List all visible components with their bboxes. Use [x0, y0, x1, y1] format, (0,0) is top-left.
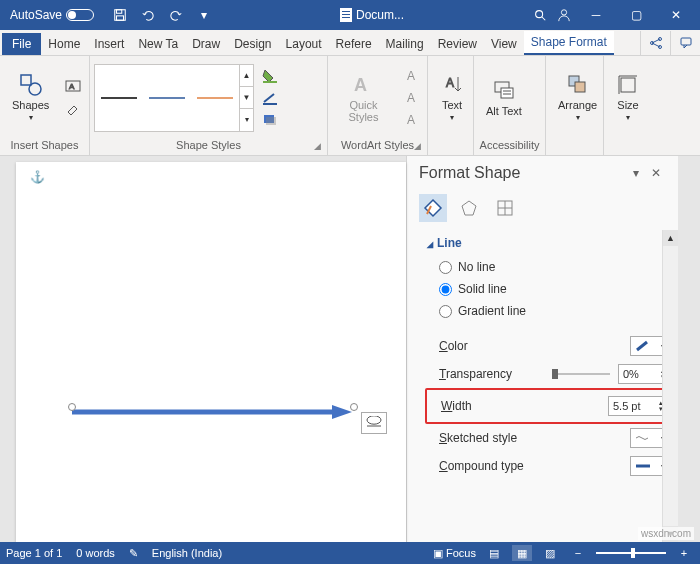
word-count[interactable]: 0 words	[76, 547, 115, 559]
arrange-button[interactable]: Arrange ▾	[550, 69, 605, 126]
tab-file[interactable]: File	[2, 33, 41, 55]
shapes-button[interactable]: Shapes ▾	[4, 69, 57, 126]
radio-gradient-line[interactable]: Gradient line	[427, 300, 670, 322]
arrow-shape[interactable]	[72, 404, 352, 410]
toggle-switch-icon	[66, 9, 94, 21]
alt-text-button[interactable]: Alt Text	[478, 75, 530, 121]
svg-rect-23	[266, 117, 276, 125]
section-line[interactable]: Line	[427, 230, 670, 256]
svg-rect-32	[621, 78, 635, 92]
group-arrange	[550, 137, 599, 153]
autosave-toggle[interactable]: AutoSave	[4, 8, 100, 22]
tab-layout[interactable]: Layout	[279, 33, 329, 55]
print-layout-icon[interactable]: ▦	[512, 545, 532, 561]
comments-icon[interactable]	[670, 31, 700, 55]
size-button[interactable]: Size ▾	[608, 69, 648, 126]
zoom-out-icon[interactable]: −	[568, 545, 588, 561]
text-button[interactable]: A Text ▾	[432, 69, 472, 126]
tab-new[interactable]: New Ta	[131, 33, 185, 55]
width-label: Width	[441, 399, 600, 413]
close-button[interactable]: ✕	[656, 0, 696, 30]
search-icon[interactable]	[528, 3, 552, 27]
layout-options-icon[interactable]	[361, 412, 387, 434]
account-icon[interactable]	[552, 3, 576, 27]
compound-label: Compound type	[439, 459, 622, 473]
group-size	[608, 137, 648, 153]
zoom-in-icon[interactable]: +	[674, 545, 694, 561]
text-label: Text	[442, 99, 462, 111]
text-effects-icon: A	[399, 110, 423, 130]
transparency-slider[interactable]	[552, 373, 610, 375]
document-page[interactable]: ⚓	[16, 162, 406, 542]
shape-outline-icon[interactable]	[258, 88, 282, 108]
svg-text:A: A	[446, 76, 454, 90]
read-mode-icon[interactable]: ▤	[484, 545, 504, 561]
sketched-label: Sketched style	[439, 431, 622, 445]
page-indicator[interactable]: Page 1 of 1	[6, 547, 62, 559]
text-outline-icon: A	[399, 88, 423, 108]
tab-mailings[interactable]: Mailing	[379, 33, 431, 55]
document-area: ⚓ Format Shape ▾ ✕ Line No line Solid li…	[0, 156, 700, 542]
maximize-button[interactable]: ▢	[616, 0, 656, 30]
tab-design[interactable]: Design	[227, 33, 278, 55]
watermark: wsxdn.com	[638, 527, 694, 540]
tab-insert[interactable]: Insert	[87, 33, 131, 55]
dialog-launcher-icon[interactable]: ◢	[314, 141, 321, 151]
handle-start[interactable]	[68, 403, 76, 411]
ribbon: Shapes ▾ A Insert Shapes ▲ ▼ ▾	[0, 56, 700, 156]
tab-view[interactable]: View	[484, 33, 524, 55]
pane-title: Format Shape	[419, 164, 626, 182]
quick-styles-label: Quick Styles	[340, 99, 387, 123]
share-icon[interactable]	[640, 31, 670, 55]
ribbon-tabs: File Home Insert New Ta Draw Design Layo…	[0, 30, 700, 56]
pane-scrollbar[interactable]: ▲ ▼	[662, 230, 678, 542]
svg-rect-27	[501, 88, 513, 98]
quick-access-toolbar: ▾	[108, 3, 216, 27]
svg-marker-34	[332, 405, 352, 419]
shape-fill-icon[interactable]	[258, 66, 282, 86]
tab-home[interactable]: Home	[41, 33, 87, 55]
pane-tab-layout[interactable]	[491, 194, 519, 222]
radio-no-line[interactable]: No line	[427, 256, 670, 278]
redo-icon[interactable]	[164, 3, 188, 27]
web-layout-icon[interactable]: ▨	[540, 545, 560, 561]
svg-rect-20	[263, 81, 277, 83]
tab-references[interactable]: Refere	[329, 33, 379, 55]
handle-end[interactable]	[350, 403, 358, 411]
group-text	[432, 137, 469, 153]
tab-draw[interactable]: Draw	[185, 33, 227, 55]
minimize-button[interactable]: ─	[576, 0, 616, 30]
svg-marker-37	[462, 201, 476, 215]
save-icon[interactable]	[108, 3, 132, 27]
shape-effects-icon[interactable]	[258, 110, 282, 130]
qat-dropdown-icon[interactable]: ▾	[192, 3, 216, 27]
scroll-up-icon[interactable]: ▲	[663, 230, 678, 246]
undo-icon[interactable]	[136, 3, 160, 27]
pane-tab-effects[interactable]	[455, 194, 483, 222]
edit-shape-icon[interactable]	[61, 99, 85, 119]
group-wordart-styles: WordArt Styles◢	[332, 137, 423, 153]
width-input[interactable]: 5.5 pt▴▾	[608, 396, 668, 416]
tab-shape-format[interactable]: Shape Format	[524, 31, 614, 55]
pane-close-icon[interactable]: ✕	[646, 166, 666, 180]
spell-check-icon[interactable]: ✎	[129, 547, 138, 560]
text-box-icon[interactable]: A	[61, 77, 85, 97]
dialog-launcher-icon[interactable]: ◢	[414, 141, 421, 151]
shapes-label: Shapes	[12, 99, 49, 111]
svg-point-14	[29, 83, 41, 95]
svg-point-7	[536, 11, 543, 18]
group-insert-shapes: Insert Shapes	[4, 137, 85, 153]
svg-rect-31	[575, 82, 585, 92]
zoom-slider[interactable]	[596, 552, 666, 554]
pane-menu-icon[interactable]: ▾	[626, 166, 646, 180]
shape-styles-gallery[interactable]: ▲ ▼ ▾	[94, 64, 254, 132]
pane-tab-fill-line[interactable]	[419, 194, 447, 222]
gallery-more-icon[interactable]: ▾	[240, 109, 253, 130]
svg-rect-4	[342, 11, 350, 12]
gallery-down-icon[interactable]: ▼	[240, 87, 253, 109]
gallery-up-icon[interactable]: ▲	[240, 65, 253, 87]
focus-mode[interactable]: ▣ Focus	[433, 547, 476, 560]
radio-solid-line[interactable]: Solid line	[427, 278, 670, 300]
tab-review[interactable]: Review	[431, 33, 484, 55]
language-indicator[interactable]: English (India)	[152, 547, 222, 559]
